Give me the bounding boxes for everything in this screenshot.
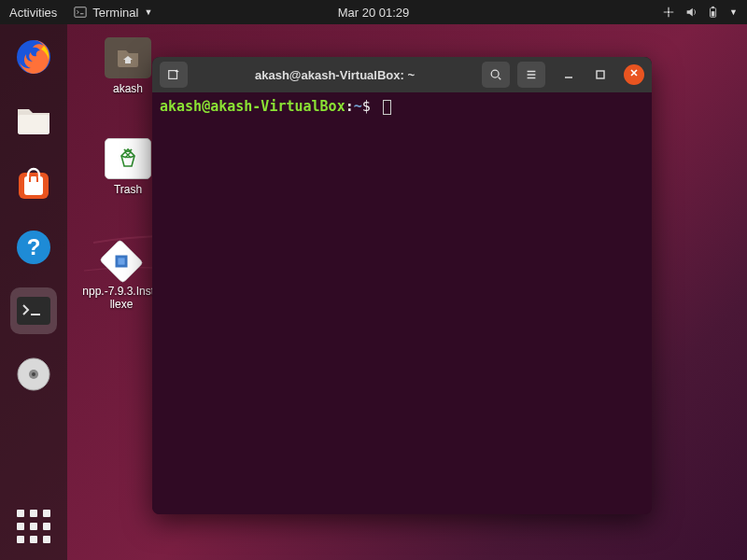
dock-terminal[interactable] (10, 287, 57, 334)
window-title: akash@akash-VirtualBox: ~ (195, 68, 474, 82)
minimize-button[interactable] (560, 66, 577, 83)
dock-help[interactable]: ? (10, 224, 57, 271)
svg-rect-11 (17, 297, 50, 325)
disc-icon (15, 356, 52, 393)
top-bar: Activities Terminal ▼ Mar 20 01:29 ▼ (0, 0, 747, 24)
svg-text:?: ? (27, 234, 41, 259)
home-folder-icon (116, 48, 140, 68)
svg-rect-17 (118, 258, 124, 264)
close-icon (628, 67, 640, 78)
trash-icon (118, 147, 138, 171)
firefox-icon (14, 37, 53, 77)
svg-rect-8 (24, 176, 43, 195)
prompt-path: ~ (354, 98, 362, 115)
help-icon: ? (15, 229, 52, 266)
search-button[interactable] (482, 62, 510, 88)
terminal-app-icon (15, 295, 52, 327)
shopping-bag-icon (15, 165, 52, 203)
terminal-cursor (383, 100, 391, 115)
minimize-icon (563, 69, 574, 80)
svg-point-1 (668, 11, 670, 14)
dock-software[interactable] (10, 161, 57, 207)
menu-button[interactable] (517, 62, 545, 88)
terminal-body[interactable]: akash@akash-VirtualBox:~$ (152, 92, 652, 514)
chevron-down-icon: ▼ (144, 7, 152, 17)
svg-rect-20 (597, 71, 604, 78)
prompt-separator: : (345, 98, 354, 115)
close-button[interactable] (624, 64, 644, 85)
hamburger-icon (525, 68, 538, 81)
svg-point-19 (491, 70, 499, 77)
installer-icon (111, 251, 132, 272)
dock-disc[interactable] (10, 351, 57, 398)
folder-icon (15, 104, 52, 137)
svg-rect-0 (75, 7, 86, 18)
maximize-button[interactable] (592, 66, 609, 83)
app-menu-label: Terminal (92, 6, 138, 20)
dock-firefox[interactable] (10, 34, 57, 80)
window-titlebar[interactable]: akash@akash-VirtualBox: ~ (152, 57, 652, 92)
clock[interactable]: Mar 20 01:29 (338, 6, 410, 20)
system-menu-chevron-icon[interactable]: ▼ (729, 7, 738, 17)
svg-rect-3 (712, 7, 714, 8)
prompt-user: akash@akash-VirtualBox (160, 98, 345, 115)
search-icon (489, 68, 502, 81)
new-tab-icon (167, 68, 180, 81)
volume-icon[interactable] (684, 6, 698, 19)
app-menu[interactable]: Terminal ▼ (74, 6, 152, 20)
show-applications-button[interactable] (17, 510, 50, 543)
desktop-icon-label: npp.-7.9.3.Installexe (82, 286, 161, 312)
new-tab-button[interactable] (160, 62, 188, 88)
terminal-icon (74, 6, 87, 19)
svg-point-15 (32, 372, 35, 376)
dock-files[interactable] (10, 97, 57, 144)
terminal-window: akash@akash-VirtualBox: ~ akash@akash-Vi… (152, 57, 652, 514)
battery-icon[interactable] (707, 6, 720, 19)
prompt-symbol: $ (362, 98, 371, 115)
activities-button[interactable]: Activities (9, 6, 57, 20)
svg-rect-4 (712, 11, 715, 16)
network-icon[interactable] (662, 6, 675, 19)
maximize-icon (595, 69, 606, 80)
desktop-icon-npp[interactable]: npp.-7.9.3.Installexe (82, 241, 161, 312)
svg-rect-6 (18, 115, 49, 134)
dock: ? (0, 24, 67, 560)
